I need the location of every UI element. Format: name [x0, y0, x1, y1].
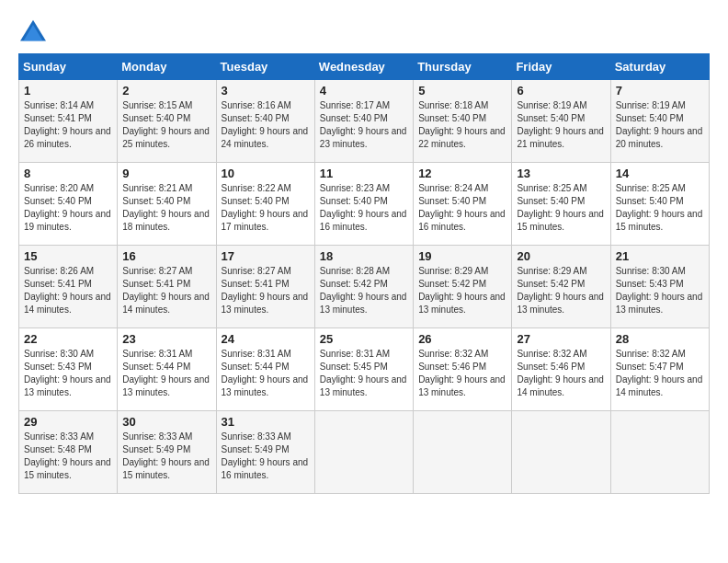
calendar-cell: 1 Sunrise: 8:14 AMSunset: 5:41 PMDayligh… — [19, 80, 118, 163]
header-tuesday: Tuesday — [216, 54, 314, 80]
day-info: Sunrise: 8:33 AMSunset: 5:48 PMDaylight:… — [24, 431, 111, 480]
day-info: Sunrise: 8:32 AMSunset: 5:46 PMDaylight:… — [418, 349, 506, 397]
week-row-1: 1 Sunrise: 8:14 AMSunset: 5:41 PMDayligh… — [19, 80, 710, 163]
calendar-cell: 20 Sunrise: 8:29 AMSunset: 5:42 PMDaylig… — [512, 246, 610, 328]
day-info: Sunrise: 8:18 AMSunset: 5:40 PMDaylight:… — [418, 100, 506, 149]
calendar-cell — [610, 411, 709, 494]
day-number: 7 — [616, 84, 704, 98]
day-number: 25 — [320, 332, 408, 346]
day-info: Sunrise: 8:19 AMSunset: 5:40 PMDaylight:… — [616, 100, 703, 149]
calendar-cell: 30 Sunrise: 8:33 AMSunset: 5:49 PMDaylig… — [118, 411, 216, 494]
day-info: Sunrise: 8:21 AMSunset: 5:40 PMDaylight:… — [122, 183, 210, 232]
day-info: Sunrise: 8:29 AMSunset: 5:42 PMDaylight:… — [517, 266, 604, 315]
calendar-cell: 16 Sunrise: 8:27 AMSunset: 5:41 PMDaylig… — [118, 246, 216, 328]
day-info: Sunrise: 8:27 AMSunset: 5:41 PMDaylight:… — [222, 266, 309, 315]
day-number: 16 — [122, 249, 210, 263]
calendar-cell: 10 Sunrise: 8:22 AMSunset: 5:40 PMDaylig… — [216, 163, 314, 246]
calendar-table: SundayMondayTuesdayWednesdayThursdayFrid… — [18, 53, 710, 494]
day-info: Sunrise: 8:26 AMSunset: 5:41 PMDaylight:… — [24, 266, 111, 315]
day-number: 10 — [222, 167, 310, 180]
day-number: 6 — [517, 84, 605, 98]
day-info: Sunrise: 8:31 AMSunset: 5:44 PMDaylight:… — [222, 349, 309, 397]
day-number: 15 — [24, 249, 112, 263]
day-number: 29 — [24, 415, 112, 429]
calendar-cell: 3 Sunrise: 8:16 AMSunset: 5:40 PMDayligh… — [216, 80, 314, 163]
day-number: 3 — [222, 84, 310, 98]
day-info: Sunrise: 8:25 AMSunset: 5:40 PMDaylight:… — [517, 183, 604, 232]
day-number: 30 — [122, 415, 210, 429]
day-number: 19 — [418, 249, 506, 263]
day-info: Sunrise: 8:15 AMSunset: 5:40 PMDaylight:… — [122, 100, 210, 149]
day-info: Sunrise: 8:33 AMSunset: 5:49 PMDaylight:… — [222, 431, 309, 480]
day-info: Sunrise: 8:25 AMSunset: 5:40 PMDaylight:… — [616, 183, 703, 232]
calendar-cell — [414, 411, 512, 494]
calendar-cell: 18 Sunrise: 8:28 AMSunset: 5:42 PMDaylig… — [314, 246, 413, 328]
header-row: SundayMondayTuesdayWednesdayThursdayFrid… — [19, 54, 710, 80]
calendar-cell: 12 Sunrise: 8:24 AMSunset: 5:40 PMDaylig… — [414, 163, 512, 246]
header-sunday: Sunday — [19, 54, 118, 80]
day-info: Sunrise: 8:33 AMSunset: 5:49 PMDaylight:… — [122, 431, 210, 480]
calendar-body: 1 Sunrise: 8:14 AMSunset: 5:41 PMDayligh… — [19, 80, 710, 494]
calendar-cell: 19 Sunrise: 8:29 AMSunset: 5:42 PMDaylig… — [414, 246, 512, 328]
header-thursday: Thursday — [414, 54, 512, 80]
header-wednesday: Wednesday — [314, 54, 413, 80]
calendar-cell: 5 Sunrise: 8:18 AMSunset: 5:40 PMDayligh… — [414, 80, 512, 163]
day-number: 12 — [418, 167, 506, 180]
page-header — [18, 18, 710, 44]
calendar-cell: 27 Sunrise: 8:32 AMSunset: 5:46 PMDaylig… — [512, 328, 610, 411]
day-number: 8 — [24, 167, 112, 180]
calendar-cell: 15 Sunrise: 8:26 AMSunset: 5:41 PMDaylig… — [19, 246, 118, 328]
day-info: Sunrise: 8:32 AMSunset: 5:47 PMDaylight:… — [616, 349, 703, 397]
day-info: Sunrise: 8:29 AMSunset: 5:42 PMDaylight:… — [418, 266, 506, 315]
day-info: Sunrise: 8:28 AMSunset: 5:42 PMDaylight:… — [320, 266, 407, 315]
day-info: Sunrise: 8:20 AMSunset: 5:40 PMDaylight:… — [24, 183, 111, 232]
day-number: 22 — [24, 332, 112, 346]
day-info: Sunrise: 8:19 AMSunset: 5:40 PMDaylight:… — [517, 100, 604, 149]
week-row-4: 22 Sunrise: 8:30 AMSunset: 5:43 PMDaylig… — [19, 328, 710, 411]
week-row-5: 29 Sunrise: 8:33 AMSunset: 5:48 PMDaylig… — [19, 411, 710, 494]
calendar-cell: 31 Sunrise: 8:33 AMSunset: 5:49 PMDaylig… — [216, 411, 314, 494]
header-monday: Monday — [118, 54, 216, 80]
day-number: 26 — [418, 332, 506, 346]
calendar-cell: 14 Sunrise: 8:25 AMSunset: 5:40 PMDaylig… — [610, 163, 709, 246]
logo-icon — [18, 18, 48, 44]
week-row-2: 8 Sunrise: 8:20 AMSunset: 5:40 PMDayligh… — [19, 163, 710, 246]
day-number: 9 — [122, 167, 210, 180]
day-number: 31 — [222, 415, 310, 429]
day-number: 13 — [517, 167, 605, 180]
day-info: Sunrise: 8:16 AMSunset: 5:40 PMDaylight:… — [222, 100, 309, 149]
day-number: 28 — [616, 332, 704, 346]
day-info: Sunrise: 8:27 AMSunset: 5:41 PMDaylight:… — [122, 266, 210, 315]
day-info: Sunrise: 8:31 AMSunset: 5:44 PMDaylight:… — [122, 349, 210, 397]
day-number: 18 — [320, 249, 408, 263]
calendar-cell: 4 Sunrise: 8:17 AMSunset: 5:40 PMDayligh… — [314, 80, 413, 163]
calendar-cell: 13 Sunrise: 8:25 AMSunset: 5:40 PMDaylig… — [512, 163, 610, 246]
calendar-cell: 17 Sunrise: 8:27 AMSunset: 5:41 PMDaylig… — [216, 246, 314, 328]
calendar-cell: 24 Sunrise: 8:31 AMSunset: 5:44 PMDaylig… — [216, 328, 314, 411]
calendar-cell — [314, 411, 413, 494]
calendar-cell: 7 Sunrise: 8:19 AMSunset: 5:40 PMDayligh… — [610, 80, 709, 163]
calendar-cell: 21 Sunrise: 8:30 AMSunset: 5:43 PMDaylig… — [610, 246, 709, 328]
day-number: 5 — [418, 84, 506, 98]
day-number: 4 — [320, 84, 408, 98]
day-number: 11 — [320, 167, 408, 180]
day-info: Sunrise: 8:14 AMSunset: 5:41 PMDaylight:… — [24, 100, 111, 149]
calendar-header: SundayMondayTuesdayWednesdayThursdayFrid… — [19, 54, 710, 80]
header-friday: Friday — [512, 54, 610, 80]
calendar-cell: 23 Sunrise: 8:31 AMSunset: 5:44 PMDaylig… — [118, 328, 216, 411]
day-number: 24 — [222, 332, 310, 346]
day-number: 2 — [122, 84, 210, 98]
calendar-cell: 22 Sunrise: 8:30 AMSunset: 5:43 PMDaylig… — [19, 328, 118, 411]
day-info: Sunrise: 8:32 AMSunset: 5:46 PMDaylight:… — [517, 349, 604, 397]
calendar-cell: 26 Sunrise: 8:32 AMSunset: 5:46 PMDaylig… — [414, 328, 512, 411]
day-info: Sunrise: 8:17 AMSunset: 5:40 PMDaylight:… — [320, 100, 407, 149]
day-number: 23 — [122, 332, 210, 346]
day-info: Sunrise: 8:30 AMSunset: 5:43 PMDaylight:… — [616, 266, 703, 315]
day-number: 1 — [24, 84, 112, 98]
header-saturday: Saturday — [610, 54, 709, 80]
logo — [18, 18, 51, 44]
calendar-cell: 8 Sunrise: 8:20 AMSunset: 5:40 PMDayligh… — [19, 163, 118, 246]
calendar-cell: 2 Sunrise: 8:15 AMSunset: 5:40 PMDayligh… — [118, 80, 216, 163]
day-number: 17 — [222, 249, 310, 263]
day-number: 21 — [616, 249, 704, 263]
